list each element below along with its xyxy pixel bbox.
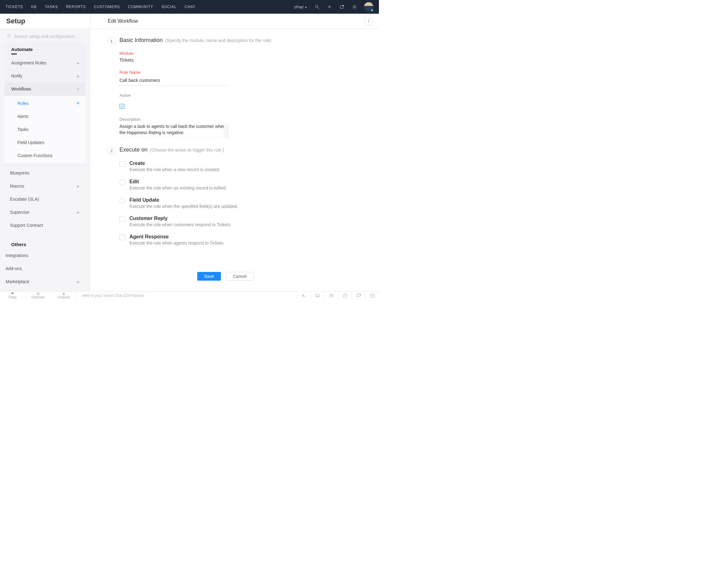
field-update-radio[interactable] [119,198,125,203]
execute-option-agent-response[interactable]: Agent Response Execute the rule when age… [119,234,370,245]
step-2-badge: 2 [107,146,116,155]
add-rule-icon[interactable]: + [76,100,80,107]
sidebar-item-assignment[interactable]: Assignment Rules▶ [4,56,85,69]
svg-rect-12 [316,294,319,297]
gear-icon[interactable] [352,4,357,10]
chat-icon [10,292,14,295]
contacts-icon [62,292,66,295]
option-title: Agent Response [130,234,223,240]
create-checkbox[interactable] [119,161,125,167]
svg-point-9 [37,293,38,294]
plus-icon[interactable] [327,4,332,10]
smart-chat-hint[interactable]: Here is your Smart Chat (Ctrl+Space) [76,294,297,298]
step-2-title: Execute on [119,146,147,153]
nav-tickets[interactable]: TICKETS [6,5,23,9]
section-others: Others [4,237,85,249]
module-label: Module [119,51,370,56]
sidebar-item-recycle[interactable]: Recycle Bin [4,288,85,291]
info-button[interactable]: i [365,17,373,25]
bb-chats[interactable]: Chats [0,292,26,299]
option-desc: Execute the rule when a new record is cr… [130,167,220,172]
sidebar-sub-custom-functions[interactable]: Custom Functions [4,149,85,162]
sidebar-item-notify[interactable]: Notify▶ [4,69,85,82]
nav-customers[interactable]: CUSTOMERS [94,5,120,9]
sidebar-item-blueprints[interactable]: Blueprints [4,166,85,179]
execute-option-edit[interactable]: Edit Execute the rule when an existing r… [119,179,370,191]
option-title: Edit [130,179,227,184]
chat-bubble-icon[interactable] [352,292,365,299]
keyboard-icon[interactable] [311,292,324,299]
sidebar-item-workflows[interactable]: Workflows▼ [4,82,85,96]
channels-icon [36,292,40,295]
svg-point-11 [63,293,64,294]
notification-icon[interactable] [339,4,345,10]
step-1-title: Basic Information [119,37,163,43]
sidebar-sub-rules[interactable]: Rules+ [4,97,85,110]
chevron-right-icon: ▶ [77,184,80,188]
sidebar-item-marketplace[interactable]: Marketplace▶ [4,275,85,288]
active-label: Active [119,93,370,98]
execute-option-create[interactable]: Create Execute the rule when a new recor… [119,161,370,172]
page-header: Setup Edit Workflow i [0,14,379,29]
agent-response-checkbox[interactable] [119,235,125,240]
rule-name-input[interactable] [119,76,228,86]
save-button[interactable]: Save [197,272,221,281]
description-textarea[interactable] [119,124,228,137]
rule-name-label: Rule Name [119,70,370,75]
sidebar-sub-tasks[interactable]: Tasks [4,123,85,136]
clock-icon[interactable] [338,292,352,299]
sidebar-item-macros[interactable]: Macros▶ [4,179,85,193]
svg-point-7 [8,34,10,37]
card-icon[interactable] [324,292,338,299]
search-icon[interactable] [314,4,320,10]
option-desc: Execute the rule when an existing record… [130,185,227,191]
page-subtitle: Edit Workflow [108,19,138,24]
nav-tasks[interactable]: TASKS [45,5,58,9]
sidebar-item-addons[interactable]: Add-ons [4,262,85,275]
option-title: Customer Reply [130,215,231,221]
chevron-right-icon: ▶ [77,74,80,78]
execute-option-customer-reply[interactable]: Customer Reply Execute the rule when cus… [119,215,370,227]
active-checkbox[interactable] [119,104,125,109]
zia-icon[interactable] [297,292,311,299]
bb-contacts[interactable]: Contacts [51,292,76,299]
step-1-badge: 1 [107,37,116,45]
chevron-right-icon: ▶ [77,280,80,283]
edit-radio[interactable] [119,179,125,185]
cancel-button[interactable]: Cancel [226,272,254,281]
sidebar-item-supervise[interactable]: Supervise▶ [4,206,85,219]
sidebar-item-support-contract[interactable]: Support Contract [4,219,85,232]
nav-social[interactable]: SOCIAL [162,5,177,9]
sidebar-item-escalate[interactable]: Escalate (SLA) [4,193,85,206]
sidebar-sub-field-updates[interactable]: Field Updates [4,136,85,149]
search-input[interactable] [14,34,83,39]
option-title: Field Update [130,197,238,203]
nav-community[interactable]: COMMUNITY [128,5,153,9]
bb-channels[interactable]: Channels [26,292,51,299]
nav-chat[interactable]: CHAT [184,5,195,9]
collapse-icon[interactable] [365,292,379,299]
chevron-right-icon: ▶ [77,61,80,65]
brand-dropdown[interactable]: zPad▼ [294,5,307,9]
svg-point-6 [354,6,355,7]
step-1-hint: (Specify the module, name and descriptio… [165,38,271,43]
avatar[interactable] [364,2,373,11]
option-title: Create [130,161,220,166]
step-2-hint: (Choose the action to trigger this rule.… [150,147,224,153]
customer-reply-checkbox[interactable] [119,216,125,222]
option-desc: Execute the rule when agents respond to … [130,240,223,245]
option-desc: Execute the rule when the specified fiel… [130,204,238,209]
svg-line-1 [318,7,319,9]
chevron-down-icon: ▼ [76,88,80,91]
svg-line-8 [10,36,11,37]
option-desc: Execute the rule when customers respond … [130,222,231,227]
nav-kb[interactable]: KB [31,5,37,9]
sidebar-sub-alerts[interactable]: Alerts [4,110,85,123]
nav-reports[interactable]: REPORTS [66,5,85,9]
search-icon [7,33,11,39]
svg-point-0 [315,5,318,8]
svg-point-5 [343,5,344,6]
sidebar-item-integrations[interactable]: Integrations [4,249,85,262]
execute-option-field-update[interactable]: Field Update Execute the rule when the s… [119,197,370,209]
main-content: 1 Basic Information (Specify the module,… [90,29,379,291]
